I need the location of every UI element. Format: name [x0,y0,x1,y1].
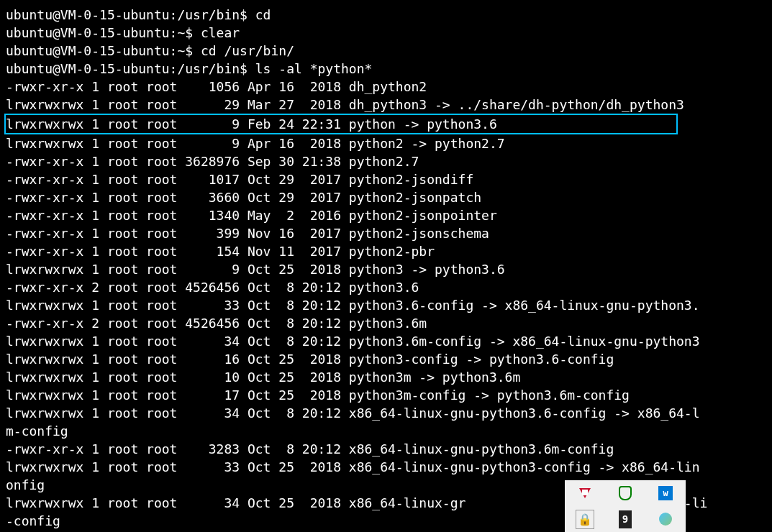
listing-row: lrwxrwxrwx 1 root root 34 Oct 8 20:12 py… [6,332,766,350]
listing-row: lrwxrwxrwx 1 root root 10 Oct 25 2018 py… [6,368,766,386]
prompt-line: ubuntu@VM-0-15-ubuntu:~$ clear [6,24,766,42]
lock-icon[interactable]: 🔒 [577,511,593,527]
mcafee-icon[interactable] [577,485,593,501]
listing-row: -rwxr-xr-x 2 root root 4526456 Oct 8 20:… [6,278,766,296]
listing-row: lrwxrwxrwx 1 root root 34 Oct 8 20:12 x8… [6,404,766,422]
listing-row: -rwxr-xr-x 1 root root 399 Nov 16 2017 p… [6,224,766,242]
prompt-line: ubuntu@VM-0-15-ubuntu:/usr/bin$ cd [6,6,766,24]
globe-icon[interactable] [658,511,673,527]
listing-row: lrwxrwxrwx 1 root root 17 Oct 25 2018 py… [6,386,766,404]
terminal-output[interactable]: ubuntu@VM-0-15-ubuntu:/usr/bin$ cdubuntu… [6,6,766,530]
listing-row: -rwxr-xr-x 1 root root 3283 Oct 8 20:12 … [6,440,766,458]
listing-row: -rwxr-xr-x 1 root root 3660 Oct 29 2017 … [6,188,766,206]
listing-row-wrap: m-config [6,422,766,440]
listing-row: -rwxr-xr-x 1 root root 154 Nov 11 2017 p… [6,242,766,260]
prompt-line: ubuntu@VM-0-15-ubuntu:~$ cd /usr/bin/ [6,42,766,60]
prompt-line: ubuntu@VM-0-15-ubuntu:/usr/bin$ ls -al *… [6,60,766,78]
listing-row: lrwxrwxrwx 1 root root 9 Oct 25 2018 pyt… [6,260,766,278]
defender-icon[interactable] [617,485,633,501]
app-icon[interactable]: w [658,485,673,501]
listing-row: -rwxr-xr-x 1 root root 3628976 Sep 30 21… [6,152,766,170]
listing-row: -rwxr-xr-x 2 root root 4526456 Oct 8 20:… [6,314,766,332]
listing-row: lrwxrwxrwx 1 root root 16 Oct 25 2018 py… [6,350,766,368]
system-tray: w 🔒 9 [565,480,686,532]
listing-row: lrwxrwxrwx 1 root root 29 Mar 27 2018 dh… [6,96,766,114]
notification-badge[interactable]: 9 [617,511,633,527]
highlighted-row: lrwxrwxrwx 1 root root 9 Feb 24 22:31 py… [4,114,678,134]
listing-row: lrwxrwxrwx 1 root root 9 Apr 16 2018 pyt… [6,134,766,152]
listing-row: lrwxrwxrwx 1 root root 33 Oct 25 2018 x8… [6,458,766,476]
listing-row: -rwxr-xr-x 1 root root 1017 Oct 29 2017 … [6,170,766,188]
listing-row: lrwxrwxrwx 1 root root 33 Oct 8 20:12 py… [6,296,766,314]
listing-row: lrwxrwxrwx 1 root root 9 Feb 24 22:31 py… [6,116,676,132]
listing-row: -rwxr-xr-x 1 root root 1340 May 2 2016 p… [6,206,766,224]
listing-row: -rwxr-xr-x 1 root root 1056 Apr 16 2018 … [6,78,766,96]
